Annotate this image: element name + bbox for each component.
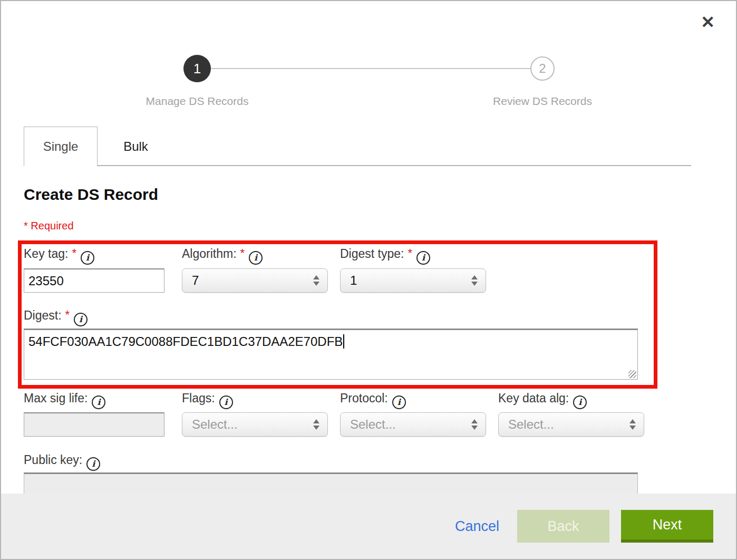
info-icon[interactable]: i bbox=[219, 395, 233, 409]
close-icon[interactable]: ✕ bbox=[701, 14, 715, 31]
select-arrows-icon bbox=[471, 275, 478, 286]
key-tag-label: Key tag:*i bbox=[24, 247, 94, 265]
create-ds-record-modal: ✕ 1 2 Manage DS Records Review DS Record… bbox=[0, 0, 737, 560]
tab-bulk[interactable]: Bulk bbox=[98, 127, 174, 166]
page-title: Create DS Record bbox=[24, 186, 158, 204]
info-icon[interactable]: i bbox=[74, 313, 88, 326]
step-1-circle: 1 bbox=[183, 55, 211, 82]
max-sig-life-label-text: Max sig life: bbox=[24, 391, 88, 405]
digest-type-label: Digest type:*i bbox=[340, 247, 430, 265]
info-icon[interactable]: i bbox=[81, 251, 94, 265]
text-cursor bbox=[343, 334, 344, 349]
info-icon[interactable]: i bbox=[416, 251, 430, 265]
protocol-select-value: Select... bbox=[350, 417, 396, 432]
cancel-button[interactable]: Cancel bbox=[455, 518, 499, 535]
info-icon[interactable]: i bbox=[86, 457, 100, 471]
key-data-alg-select[interactable]: Select... bbox=[498, 412, 644, 437]
digest-type-select-value: 1 bbox=[350, 273, 357, 288]
next-button[interactable]: Next bbox=[621, 510, 713, 543]
step-2-circle: 2 bbox=[530, 56, 555, 81]
required-note: * Required bbox=[24, 220, 74, 232]
digest-textarea[interactable]: 54FCF030AA1C79C0088FDEC1BD1C37DAA2E70DFB bbox=[24, 329, 638, 380]
flags-label-text: Flags: bbox=[182, 391, 215, 405]
info-icon[interactable]: i bbox=[249, 251, 263, 265]
digest-type-label-text: Digest type: bbox=[340, 247, 404, 260]
digest-label-text: Digest: bbox=[24, 308, 62, 322]
key-data-alg-label-text: Key data alg: bbox=[498, 391, 569, 405]
protocol-label-text: Protocol: bbox=[340, 391, 388, 405]
algorithm-label-text: Algorithm: bbox=[182, 247, 237, 260]
protocol-label: Protocol:i bbox=[340, 391, 406, 409]
select-arrows-icon bbox=[313, 275, 319, 286]
required-asterisk: * bbox=[72, 246, 76, 259]
modal-footer: Cancel Back Next bbox=[1, 494, 736, 559]
step-2-label: Review DS Records bbox=[458, 95, 627, 108]
protocol-select[interactable]: Select... bbox=[340, 412, 486, 437]
stepper-connector bbox=[211, 68, 530, 69]
public-key-label: Public key:i bbox=[24, 453, 100, 471]
max-sig-life-label: Max sig life:i bbox=[24, 391, 105, 409]
key-tag-label-text: Key tag: bbox=[24, 247, 68, 260]
algorithm-select-value: 7 bbox=[192, 273, 199, 288]
required-asterisk: * bbox=[65, 308, 70, 321]
key-data-alg-label: Key data alg:i bbox=[498, 391, 587, 409]
required-asterisk: * bbox=[240, 246, 245, 259]
back-button[interactable]: Back bbox=[517, 510, 609, 543]
info-icon[interactable]: i bbox=[92, 395, 105, 409]
digest-label: Digest:*i bbox=[24, 308, 88, 326]
step-1-label: Manage DS Records bbox=[113, 95, 282, 108]
key-data-alg-select-value: Select... bbox=[508, 417, 554, 432]
flags-label: Flags:i bbox=[182, 391, 233, 409]
tab-single[interactable]: Single bbox=[24, 127, 98, 166]
required-asterisk: * bbox=[408, 246, 412, 259]
max-sig-life-input[interactable] bbox=[24, 412, 164, 437]
public-key-label-text: Public key: bbox=[24, 453, 82, 467]
select-arrows-icon bbox=[471, 419, 478, 430]
key-tag-input[interactable] bbox=[24, 268, 164, 293]
select-arrows-icon bbox=[629, 419, 636, 430]
select-arrows-icon bbox=[313, 419, 319, 430]
algorithm-label: Algorithm:*i bbox=[182, 247, 263, 265]
flags-select-value: Select... bbox=[192, 417, 238, 432]
digest-value: 54FCF030AA1C79C0088FDEC1BD1C37DAA2E70DFB bbox=[28, 334, 343, 349]
digest-type-select[interactable]: 1 bbox=[340, 268, 486, 293]
public-key-textarea[interactable] bbox=[24, 472, 638, 496]
resize-handle-icon[interactable] bbox=[628, 370, 636, 378]
algorithm-select[interactable]: 7 bbox=[182, 268, 328, 293]
flags-select[interactable]: Select... bbox=[182, 412, 328, 437]
info-icon[interactable]: i bbox=[392, 395, 406, 409]
info-icon[interactable]: i bbox=[573, 395, 587, 409]
